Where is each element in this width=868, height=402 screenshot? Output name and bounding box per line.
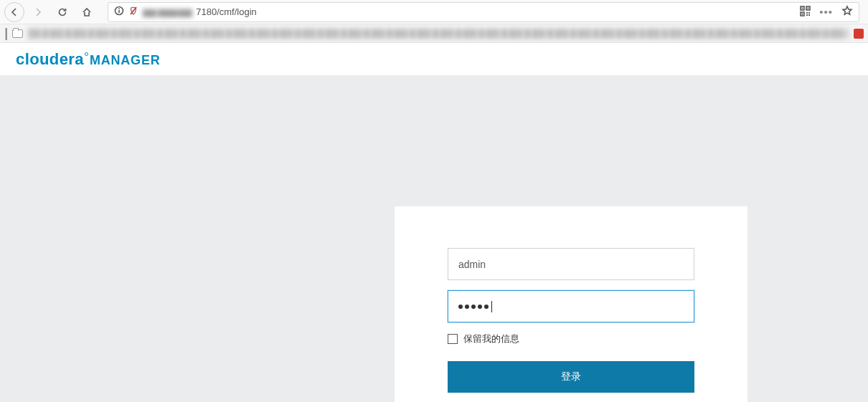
bookmarks-blurred	[29, 29, 848, 39]
back-button[interactable]	[4, 2, 24, 22]
svg-rect-13	[808, 14, 810, 16]
svg-rect-7	[808, 7, 809, 9]
password-input[interactable]	[448, 290, 694, 322]
remember-me-checkbox[interactable]	[448, 334, 458, 344]
bookmarks-separator: ||	[4, 26, 5, 41]
info-icon	[114, 6, 124, 18]
browser-toolbar: ▆▆ ▆▆▆.▆▆ 7180/cmf/login •••	[0, 0, 868, 24]
bookmarks-bar: ||	[0, 24, 868, 43]
svg-rect-12	[806, 14, 808, 16]
login-card: 保留我的信息 登录	[395, 206, 747, 402]
username-input[interactable]	[448, 248, 694, 280]
svg-rect-9	[802, 13, 803, 14]
svg-point-2	[118, 8, 120, 9]
password-field-wrap	[448, 290, 694, 322]
app-logo: cloudera MANAGER	[16, 50, 161, 69]
forward-button[interactable]	[27, 1, 49, 23]
remember-me-row[interactable]: 保留我的信息	[448, 332, 694, 345]
username-field-wrap	[448, 248, 694, 280]
logo-brand: cloudera	[16, 50, 84, 69]
svg-rect-10	[806, 12, 808, 14]
remember-me-label: 保留我的信息	[463, 332, 519, 345]
url-host-blurred: ▆▆ ▆▆▆.▆▆	[143, 6, 192, 17]
login-button-label: 登录	[561, 370, 581, 383]
login-button[interactable]: 登录	[448, 361, 694, 393]
home-button[interactable]	[76, 1, 98, 23]
app-header: cloudera MANAGER	[0, 43, 868, 76]
svg-rect-11	[808, 12, 810, 14]
qr-icon[interactable]	[800, 6, 811, 19]
bookmarks-end-icon[interactable]	[854, 29, 864, 39]
page-body: 保留我的信息 登录	[0, 76, 868, 402]
reload-button[interactable]	[52, 1, 73, 23]
folder-icon[interactable]	[12, 29, 23, 38]
svg-rect-5	[802, 7, 803, 9]
url-bar[interactable]: ▆▆ ▆▆▆.▆▆ 7180/cmf/login •••	[108, 2, 859, 22]
star-icon[interactable]	[841, 5, 853, 19]
url-path: 7180/cmf/login	[196, 6, 257, 17]
meatballs-icon[interactable]: •••	[819, 6, 833, 18]
shield-off-icon	[128, 6, 138, 18]
logo-product: MANAGER	[90, 53, 161, 68]
